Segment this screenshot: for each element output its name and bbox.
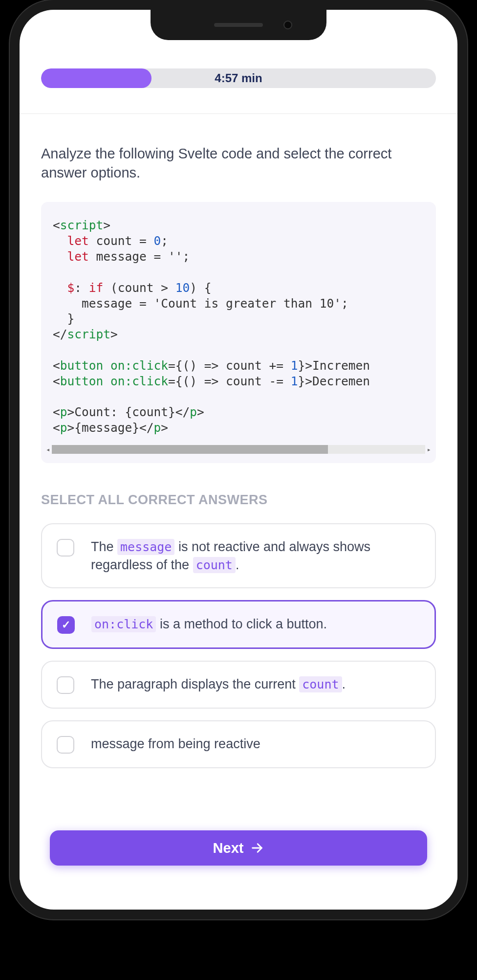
scroll-thumb[interactable] <box>52 445 328 454</box>
inline-code: count <box>299 676 342 692</box>
inline-code: count <box>193 557 236 573</box>
phone-frame: 4:57 min Analyze the following Svelte co… <box>10 0 467 919</box>
app-content: 4:57 min Analyze the following Svelte co… <box>20 10 457 910</box>
divider <box>20 113 457 114</box>
section-title: SELECT ALL CORRECT ANSWERS <box>41 492 436 508</box>
answer-text: on:click is a method to click a button. <box>91 615 420 633</box>
progress-bar: 4:57 min <box>41 68 436 88</box>
progress-fill <box>41 68 152 88</box>
checkbox[interactable] <box>57 676 74 694</box>
timer-text: 4:57 min <box>215 71 262 85</box>
scroll-left-icon[interactable]: ◂ <box>44 445 52 454</box>
answers-list: The message is not reactive and always s… <box>41 523 436 768</box>
answer-text: message from being reactive <box>91 735 420 753</box>
scroll-right-icon[interactable]: ▸ <box>425 445 433 454</box>
answer-option-3[interactable]: message from being reactive <box>41 720 436 768</box>
answer-text: The paragraph displays the current count… <box>91 675 420 693</box>
code-block[interactable]: <script> let count = 0; let message = ''… <box>41 202 436 463</box>
checkbox[interactable] <box>57 539 74 557</box>
answer-option-2[interactable]: The paragraph displays the current count… <box>41 661 436 709</box>
phone-screen: 4:57 min Analyze the following Svelte co… <box>20 10 457 910</box>
answer-text: The message is not reactive and always s… <box>91 538 420 574</box>
code-scrollbar[interactable]: ◂ ▸ <box>44 445 433 454</box>
scroll-track[interactable] <box>52 445 425 454</box>
arrow-right-icon <box>250 841 264 855</box>
inline-code: message <box>117 539 174 555</box>
next-button[interactable]: Next <box>50 830 427 866</box>
next-label: Next <box>213 840 244 856</box>
answer-option-0[interactable]: The message is not reactive and always s… <box>41 523 436 588</box>
phone-notch <box>151 10 326 40</box>
checkbox[interactable]: ✓ <box>57 616 75 634</box>
checkbox[interactable] <box>57 736 74 754</box>
inline-code: on:click <box>91 616 156 632</box>
answer-option-1[interactable]: ✓on:click is a method to click a button. <box>41 600 436 649</box>
check-icon: ✓ <box>62 619 70 631</box>
code-content: <script> let count = 0; let message = ''… <box>41 218 436 436</box>
question-text: Analyze the following Svelte code and se… <box>41 144 436 182</box>
